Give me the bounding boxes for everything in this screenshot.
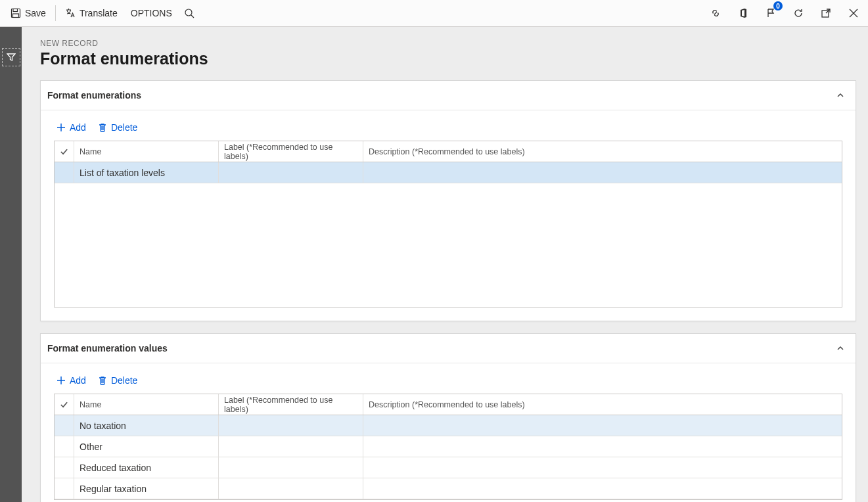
save-button[interactable]: Save xyxy=(4,0,53,26)
delete-button[interactable]: Delete xyxy=(95,374,140,387)
cell-label[interactable] xyxy=(219,415,363,436)
attach-button[interactable] xyxy=(706,4,725,22)
column-label[interactable]: Label (*Recommended to use labels) xyxy=(219,394,363,415)
column-name[interactable]: Name xyxy=(74,141,219,162)
row-selector[interactable] xyxy=(55,162,74,183)
table-row[interactable]: Regular taxation xyxy=(55,478,842,499)
separator xyxy=(55,5,56,21)
save-icon xyxy=(11,8,21,18)
cell-name[interactable]: Regular taxation xyxy=(74,478,219,499)
table-row[interactable]: Other xyxy=(55,436,842,457)
side-rail xyxy=(0,27,22,502)
cell-name[interactable]: Reduced taxation xyxy=(74,457,219,478)
popout-icon xyxy=(821,8,831,18)
cell-description[interactable] xyxy=(363,415,554,436)
column-description[interactable]: Description (*Recommended to use labels) xyxy=(363,141,554,162)
filter-button[interactable] xyxy=(2,48,20,66)
add-label: Add xyxy=(70,122,86,133)
column-select[interactable] xyxy=(55,394,74,415)
cell-description[interactable] xyxy=(363,478,554,499)
breadcrumb: NEW RECORD xyxy=(40,39,856,48)
add-button[interactable]: Add xyxy=(54,374,89,387)
delete-label: Delete xyxy=(111,122,137,133)
delete-button[interactable]: Delete xyxy=(95,121,140,134)
translate-label: Translate xyxy=(80,8,118,18)
add-label: Add xyxy=(70,375,86,386)
popout-button[interactable] xyxy=(817,4,835,22)
translate-icon xyxy=(65,8,76,18)
column-select[interactable] xyxy=(55,141,74,162)
table-row[interactable]: No taxation xyxy=(55,415,842,436)
cell-description[interactable] xyxy=(363,457,554,478)
refresh-button[interactable] xyxy=(789,4,808,22)
table-row[interactable]: List of taxation levels xyxy=(55,162,842,183)
search-icon xyxy=(184,8,194,18)
cell-description[interactable] xyxy=(363,162,554,183)
plus-icon xyxy=(57,123,66,132)
cell-label[interactable] xyxy=(219,162,363,183)
row-selector[interactable] xyxy=(55,415,74,436)
cell-name[interactable]: List of taxation levels xyxy=(74,162,219,183)
svg-rect-2 xyxy=(13,14,19,18)
panel-header-format-enumerations[interactable]: Format enumerations xyxy=(41,81,856,110)
cell-name[interactable]: No taxation xyxy=(74,415,219,436)
refresh-icon xyxy=(793,8,804,18)
panel-format-enumerations: Format enumerations Add xyxy=(40,80,856,321)
notifications-button[interactable]: 0 xyxy=(762,4,780,22)
chevron-up-icon xyxy=(836,344,845,353)
page-title: Format enumerations xyxy=(40,49,856,68)
row-selector[interactable] xyxy=(55,478,74,499)
grid-header: Name Label (*Recommended to use labels) … xyxy=(55,394,842,415)
table-row[interactable]: Reduced taxation xyxy=(55,457,842,478)
add-button[interactable]: Add xyxy=(54,121,89,134)
office-icon xyxy=(738,8,748,18)
save-label: Save xyxy=(25,8,46,18)
cell-label[interactable] xyxy=(219,478,363,499)
svg-point-3 xyxy=(185,9,192,16)
options-button[interactable]: OPTIONS xyxy=(124,0,179,26)
content-scroll[interactable]: NEW RECORD Format enumerations Format en… xyxy=(22,27,868,502)
notifications-badge: 0 xyxy=(773,1,783,11)
cell-label[interactable] xyxy=(219,436,363,457)
column-description[interactable]: Description (*Recommended to use labels) xyxy=(363,394,554,415)
filter-icon xyxy=(7,53,16,62)
cell-description[interactable] xyxy=(363,436,554,457)
row-selector[interactable] xyxy=(55,436,74,457)
svg-rect-1 xyxy=(13,9,18,12)
cell-name[interactable]: Other xyxy=(74,436,219,457)
trash-icon xyxy=(98,376,107,385)
panel-format-enumeration-values: Format enumeration values Ad xyxy=(40,333,856,502)
trash-icon xyxy=(98,123,107,132)
close-button[interactable] xyxy=(844,4,863,22)
link-icon xyxy=(710,8,721,18)
delete-label: Delete xyxy=(111,375,137,386)
svg-line-4 xyxy=(191,15,194,18)
panel-title: Format enumerations xyxy=(47,90,141,101)
search-button[interactable] xyxy=(179,0,200,26)
column-name[interactable]: Name xyxy=(74,394,219,415)
panel-header-format-enumeration-values[interactable]: Format enumeration values xyxy=(41,334,856,363)
panel-title: Format enumeration values xyxy=(47,343,168,354)
close-icon xyxy=(849,9,858,18)
chevron-up-icon xyxy=(836,91,845,100)
translate-button[interactable]: Translate xyxy=(58,0,124,26)
grid-format-enumerations: Name Label (*Recommended to use labels) … xyxy=(54,141,842,308)
command-bar: Save Translate OPTIONS xyxy=(0,0,868,27)
office-button[interactable] xyxy=(734,4,752,22)
grid-format-enumeration-values: Name Label (*Recommended to use labels) … xyxy=(54,394,842,500)
column-label[interactable]: Label (*Recommended to use labels) xyxy=(219,141,363,162)
cell-label[interactable] xyxy=(219,457,363,478)
grid-header: Name Label (*Recommended to use labels) … xyxy=(55,141,842,162)
row-selector[interactable] xyxy=(55,457,74,478)
options-label: OPTIONS xyxy=(131,8,172,18)
plus-icon xyxy=(57,376,66,385)
